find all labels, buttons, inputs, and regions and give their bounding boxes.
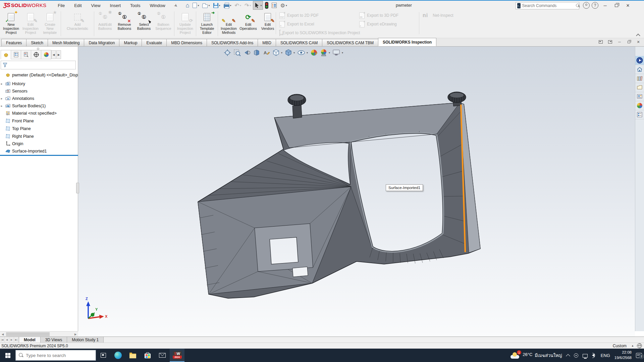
export-2d-pdf-button[interactable]: PDF Export to 2D PDF xyxy=(279,12,359,19)
tree-item-surface-bodies[interactable]: ▸ Surface Bodies(1) xyxy=(0,102,78,109)
ribbon-edit-inspection-project[interactable]: ✎ Edit Inspection Project xyxy=(21,11,40,35)
tab-mbd-dimensions[interactable]: MBD Dimensions xyxy=(166,39,207,46)
tab-mesh-modeling[interactable]: Mesh Modeling xyxy=(48,39,84,46)
tree-item-front-plane[interactable]: Front Plane xyxy=(0,117,78,124)
pwmeter-3d-model[interactable]: Z X Y xyxy=(78,47,635,337)
help-button[interactable]: ? xyxy=(592,2,598,9)
ribbon-launch-template-editor[interactable]: ➜ Launch Template Editor xyxy=(197,11,217,35)
ribbon-update-inspection-project[interactable]: ⟳ Update Inspection Project xyxy=(175,11,195,35)
weather-widget[interactable]: 1 26°C มีเมฆส่วนใหญ่ xyxy=(510,352,562,359)
tab-solidworks-cam-tbm[interactable]: SOLIDWORKS CAM TBM xyxy=(322,39,378,46)
options-button[interactable]: ⚙▾ xyxy=(279,1,288,10)
file-explorer-button[interactable] xyxy=(125,349,140,362)
tree-item-top-plane[interactable]: Top Plane xyxy=(0,125,78,132)
command-search[interactable]: >_ ▾ xyxy=(516,2,579,9)
display-manager-tab[interactable] xyxy=(41,50,51,59)
tab-solidworks-addins[interactable]: SOLIDWORKS Add-Ins xyxy=(207,39,258,46)
solidworks-taskbar-button[interactable]: SW 2024 xyxy=(170,349,184,362)
ribbon-balloon-sequence[interactable]: ①② Balloon Sequence xyxy=(154,11,173,31)
file-explorer-icon[interactable] xyxy=(635,83,644,92)
close-button[interactable]: ✕ xyxy=(623,1,633,9)
ribbon-create-new-template[interactable]: ★ Create New template xyxy=(40,11,60,35)
hide-show-items-icon[interactable]: ▾ xyxy=(297,49,308,56)
ribbon-add-edit-balloons[interactable]: ①①✱ Add/Edit Balloons xyxy=(95,11,115,31)
unit-system-caret-icon[interactable]: ▲ xyxy=(631,344,634,347)
3dexperience-icon[interactable] xyxy=(635,56,644,65)
featuremanager-tree-tab[interactable] xyxy=(1,50,11,59)
view-palette-icon[interactable] xyxy=(635,92,644,101)
mail-button[interactable] xyxy=(155,349,170,362)
dock-left-icon[interactable] xyxy=(598,39,604,45)
export-3d-pdf-button[interactable]: 3D Export to 3D PDF xyxy=(359,12,416,19)
volume-icon[interactable] xyxy=(592,354,594,357)
last-tab-icon[interactable]: ▶| xyxy=(14,337,19,343)
user-account-button[interactable] xyxy=(583,2,590,9)
open-button[interactable]: ▾ xyxy=(201,1,211,10)
view-orientation-icon[interactable]: ▾ xyxy=(272,49,282,56)
edge-button[interactable] xyxy=(111,349,125,362)
task-view-button[interactable] xyxy=(96,349,111,362)
doc-restore-icon[interactable] xyxy=(626,39,632,45)
export-excel-button[interactable]: X Export to Excel xyxy=(279,21,359,27)
start-button[interactable] xyxy=(0,349,15,362)
menu-file[interactable]: File xyxy=(54,2,69,9)
tab-evaluate[interactable]: Evaluate xyxy=(142,39,167,46)
ribbon-select-balloons[interactable]: ①① Select Balloons xyxy=(134,11,154,31)
menu-view[interactable]: View xyxy=(87,2,105,9)
select-tool-button[interactable]: ▾ xyxy=(253,1,263,10)
menu-window[interactable]: Window xyxy=(146,2,169,9)
tree-horizontal-scrollbar[interactable]: ◀ ▶ xyxy=(0,331,78,337)
home-icon[interactable] xyxy=(635,65,644,74)
expand-icon[interactable]: ▸ xyxy=(0,82,3,85)
search-commands-input[interactable] xyxy=(522,3,574,8)
first-tab-icon[interactable]: |◀ xyxy=(0,337,5,343)
new-document-button[interactable]: ▾ xyxy=(191,1,200,10)
panel-resize-handle[interactable] xyxy=(37,48,39,50)
expand-icon[interactable]: ▸ xyxy=(0,97,3,100)
menu-edit[interactable]: Edit xyxy=(70,2,86,9)
globe-icon[interactable] xyxy=(637,343,642,348)
unit-system-label[interactable]: Custom xyxy=(613,344,627,348)
action-center-icon[interactable]: 2 xyxy=(636,353,642,358)
pin-menu-icon[interactable]: ➤ xyxy=(173,2,179,9)
language-indicator[interactable]: ENG xyxy=(601,353,610,358)
tree-item-sensors[interactable]: Sensors xyxy=(0,87,78,95)
doc-minimize-icon[interactable]: ─ xyxy=(616,39,623,45)
tab-data-migration[interactable]: Data Migration xyxy=(84,39,119,46)
custom-properties-icon[interactable] xyxy=(635,110,644,119)
zoom-to-fit-icon[interactable] xyxy=(224,49,231,56)
panel-tab-scroll-right-icon[interactable]: ▶ xyxy=(56,50,61,59)
display-style-icon[interactable]: ▾ xyxy=(285,49,295,56)
tree-item-material[interactable]: Material <not specified> xyxy=(0,110,78,117)
ribbon-remove-balloons[interactable]: ①①✕ Remove Balloons xyxy=(115,11,134,31)
menu-tools[interactable]: Tools xyxy=(126,2,144,9)
undo-button[interactable]: ↶▾ xyxy=(233,1,243,10)
network-icon[interactable] xyxy=(583,354,588,358)
taskbar-search[interactable] xyxy=(15,350,96,361)
property-manager-tab[interactable] xyxy=(11,50,21,59)
annotation-view-icon[interactable]: A xyxy=(263,49,270,56)
ribbon-add-characteristic[interactable]: ✎ Add Characteristic xyxy=(62,11,93,31)
print-button[interactable]: ▾ xyxy=(222,1,233,10)
tab-features[interactable]: Features xyxy=(1,39,26,46)
clock[interactable]: 22:08 19/6/2568 xyxy=(614,350,632,360)
tree-item-origin[interactable]: Origin xyxy=(0,140,78,147)
edit-appearance-icon[interactable] xyxy=(310,49,318,56)
panel-tab-scroll-left-icon[interactable]: ◀ xyxy=(51,50,56,59)
tree-item-history[interactable]: ▸ History xyxy=(0,80,78,87)
appearances-scenes-icon[interactable] xyxy=(635,101,644,110)
scroll-right-icon[interactable]: ▶ xyxy=(73,332,78,337)
dimxpert-manager-tab[interactable] xyxy=(31,50,41,59)
next-tab-icon[interactable]: ▶ xyxy=(9,337,14,343)
prev-tab-icon[interactable]: ◀ xyxy=(5,337,9,343)
tab-mbd[interactable]: MBD xyxy=(258,39,276,46)
zoom-to-area-icon[interactable] xyxy=(233,49,241,56)
doc-close-icon[interactable]: ✕ xyxy=(635,39,641,45)
ribbon-new-inspection-project[interactable]: ✓✦ New Inspection Project xyxy=(1,11,21,35)
tree-filter-box[interactable] xyxy=(1,61,76,69)
export-sw-inspection-button[interactable]: SW Export to SOLIDWORKS Inspection Proje… xyxy=(279,29,359,36)
onedrive-icon[interactable] xyxy=(574,353,578,358)
home-button[interactable]: ⌂ xyxy=(184,1,191,10)
rebuild-button[interactable] xyxy=(264,1,270,10)
view-settings-icon[interactable]: ▾ xyxy=(332,49,343,56)
